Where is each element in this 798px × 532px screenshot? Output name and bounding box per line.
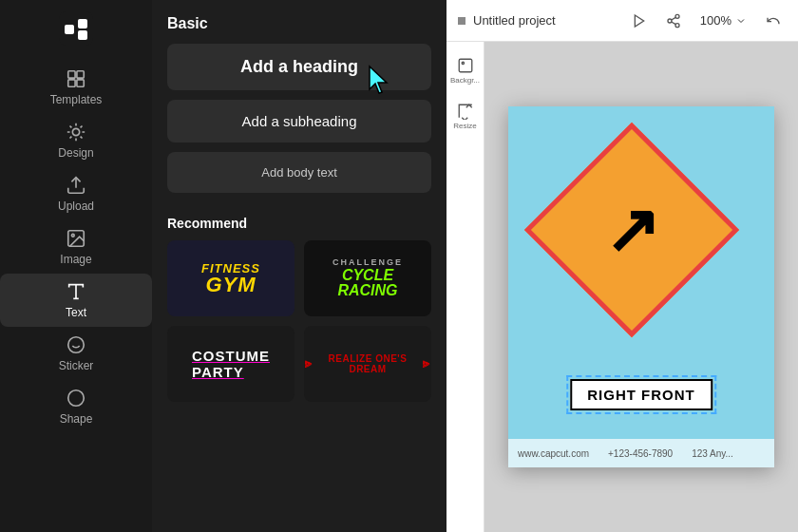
svg-line-20 (671, 22, 675, 25)
website-text: www.capcut.com (518, 448, 589, 459)
template-card-gym[interactable]: FITNESS GYM (167, 240, 294, 316)
project-dot (458, 17, 466, 25)
sidebar-item-upload[interactable]: Upload (0, 167, 152, 220)
diamond-outer: ↗ (524, 123, 739, 337)
sidebar-item-shape[interactable]: Shape (0, 380, 152, 433)
svg-rect-4 (68, 71, 75, 78)
svg-rect-0 (59, 11, 93, 46)
svg-rect-3 (78, 30, 87, 40)
canvas-area: Backgr... Resize ↗ (446, 42, 798, 532)
svg-point-15 (68, 390, 85, 407)
dream-card-content: ⫸REALIZE ONE'S DREAM⫸ (304, 353, 431, 374)
svg-point-11 (71, 234, 74, 237)
gym-bottom-text: GYM (201, 275, 260, 295)
template-card-dream[interactable]: ⫸REALIZE ONE'S DREAM⫸ (304, 326, 431, 402)
svg-point-18 (668, 19, 672, 23)
topbar-icons: 100% (626, 8, 787, 34)
canvas-content: ↗ RIGHT FRONT www.capcut.com +123-456-78… (508, 106, 774, 467)
resize-label: Resize (453, 122, 476, 130)
canvas-bottom-bar: www.capcut.com +123-456-7890 123 Any... (508, 439, 774, 467)
sidebar-item-image-label: Image (60, 253, 91, 266)
share-button[interactable] (660, 8, 687, 34)
add-subheading-button[interactable]: Add a subheading (167, 100, 431, 142)
canvas-topbar: Untitled project 100% (446, 0, 798, 42)
dream-text: ⫸REALIZE ONE'S DREAM⫸ (304, 353, 431, 374)
basic-section-title: Basic (167, 15, 431, 32)
sidebar-item-templates[interactable]: Templates (0, 61, 152, 114)
text-panel: Basic Add a heading Add a subheading Add… (152, 0, 446, 532)
add-heading-button[interactable]: Add a heading (167, 44, 431, 90)
sidebar-item-sticker[interactable]: Sticker (0, 327, 152, 380)
diamond-sign: ↗ (537, 135, 727, 325)
background-tool[interactable]: Backgr... (450, 49, 481, 91)
svg-rect-1 (65, 25, 74, 34)
project-title: Untitled project (473, 13, 618, 28)
play-button[interactable] (626, 8, 653, 34)
sidebar-item-upload-label: Upload (58, 200, 94, 213)
phone-text: +123-456-7890 (608, 448, 673, 459)
diamond-arrow: ↗ (604, 197, 660, 263)
add-body-button[interactable]: Add body text (167, 152, 431, 193)
right-tools-strip: Backgr... Resize (446, 42, 484, 532)
svg-point-23 (462, 62, 464, 64)
right-panel: Untitled project 100% (446, 0, 798, 532)
zoom-control[interactable]: 100% (694, 11, 752, 29)
sidebar: Templates Design Upload Image (0, 0, 152, 532)
svg-line-21 (671, 17, 675, 20)
sidebar-item-text-label: Text (66, 306, 86, 319)
cycle-card-content: CHALLENGE CYCLE RACING (332, 258, 403, 298)
sidebar-item-design-label: Design (58, 146, 93, 160)
recommend-section-title: Recommend (167, 216, 431, 231)
resize-tool[interactable]: Resize (450, 95, 481, 137)
svg-rect-2 (78, 19, 87, 28)
svg-point-12 (68, 337, 85, 353)
app-logo (59, 11, 93, 46)
gym-card-content: FITNESS GYM (201, 262, 260, 295)
svg-rect-6 (68, 80, 75, 86)
sidebar-item-text[interactable]: Text (0, 274, 152, 327)
extra-text: 123 Any... (692, 448, 733, 459)
sidebar-item-shape-label: Shape (60, 412, 93, 426)
svg-marker-16 (635, 15, 643, 27)
cycle-main-text: CYCLE RACING (332, 268, 403, 298)
sidebar-item-sticker-label: Sticker (59, 359, 94, 372)
template-card-cycle[interactable]: CHALLENGE CYCLE RACING (304, 240, 431, 316)
svg-point-17 (675, 14, 679, 18)
svg-rect-22 (459, 59, 472, 72)
svg-point-8 (72, 128, 79, 135)
svg-rect-5 (77, 71, 84, 78)
sidebar-item-design[interactable]: Design (0, 114, 152, 167)
svg-rect-7 (77, 80, 84, 86)
sidebar-item-image[interactable]: Image (0, 220, 152, 274)
sidebar-item-templates-label: Templates (50, 93, 103, 106)
right-front-label[interactable]: RIGHT FRONT (570, 379, 712, 410)
costume-text: COSTUMEPARTY (192, 348, 270, 380)
canvas-viewport: ↗ RIGHT FRONT www.capcut.com +123-456-78… (484, 42, 798, 532)
zoom-value: 100% (700, 13, 732, 28)
template-grid: FITNESS GYM CHALLENGE CYCLE RACING COSTU… (167, 240, 431, 402)
template-card-costume[interactable]: COSTUMEPARTY (167, 326, 294, 402)
svg-point-19 (675, 23, 679, 27)
background-label: Backgr... (450, 76, 480, 85)
undo-button[interactable] (760, 8, 787, 34)
